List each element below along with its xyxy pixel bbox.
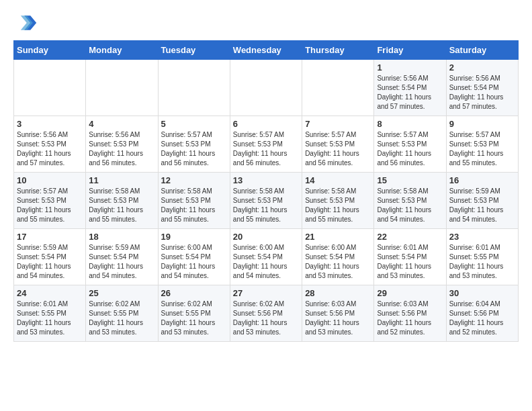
day-number: 11 — [89, 175, 154, 185]
cell-content: Sunrise: 6:03 AM Sunset: 5:56 PM Dayligh… — [377, 300, 443, 337]
cell-content: Sunrise: 6:00 AM Sunset: 5:54 PM Dayligh… — [305, 243, 371, 281]
day-number: 8 — [377, 119, 443, 129]
day-number: 24 — [17, 288, 83, 298]
calendar-cell: 9Sunrise: 5:57 AM Sunset: 5:53 PM Daylig… — [446, 116, 518, 173]
cell-content: Sunrise: 5:57 AM Sunset: 5:53 PM Dayligh… — [233, 130, 299, 168]
cell-content: Sunrise: 5:59 AM Sunset: 5:54 PM Dayligh… — [89, 243, 154, 281]
day-number: 14 — [305, 175, 371, 185]
calendar-cell: 16Sunrise: 5:59 AM Sunset: 5:53 PM Dayli… — [446, 173, 518, 229]
calendar-cell: 25Sunrise: 6:02 AM Sunset: 5:55 PM Dayli… — [86, 285, 158, 342]
cell-content: Sunrise: 6:02 AM Sunset: 5:55 PM Dayligh… — [161, 300, 227, 337]
weekday-header: Tuesday — [158, 41, 230, 60]
calendar-cell: 18Sunrise: 5:59 AM Sunset: 5:54 PM Dayli… — [86, 229, 158, 285]
calendar-cell: 1Sunrise: 5:56 AM Sunset: 5:54 PM Daylig… — [374, 60, 446, 116]
weekday-header: Friday — [374, 41, 446, 60]
calendar-cell: 2Sunrise: 5:56 AM Sunset: 5:54 PM Daylig… — [446, 60, 518, 116]
calendar-cell: 17Sunrise: 5:59 AM Sunset: 5:54 PM Dayli… — [14, 229, 86, 285]
header — [13, 11, 519, 35]
day-number: 1 — [377, 62, 443, 73]
day-number: 9 — [449, 119, 515, 129]
day-number: 29 — [377, 288, 443, 298]
calendar-cell: 27Sunrise: 6:02 AM Sunset: 5:56 PM Dayli… — [230, 285, 302, 342]
cell-content: Sunrise: 5:57 AM Sunset: 5:53 PM Dayligh… — [377, 130, 443, 168]
cell-content: Sunrise: 6:03 AM Sunset: 5:56 PM Dayligh… — [305, 300, 371, 337]
cell-content: Sunrise: 5:58 AM Sunset: 5:53 PM Dayligh… — [89, 187, 154, 224]
cell-content: Sunrise: 5:57 AM Sunset: 5:53 PM Dayligh… — [449, 130, 515, 168]
page: SundayMondayTuesdayWednesdayThursdayFrid… — [0, 0, 532, 355]
day-number: 4 — [89, 119, 154, 129]
cell-content: Sunrise: 5:56 AM Sunset: 5:54 PM Dayligh… — [449, 74, 515, 111]
cell-content: Sunrise: 6:02 AM Sunset: 5:56 PM Dayligh… — [233, 300, 299, 337]
weekday-row: SundayMondayTuesdayWednesdayThursdayFrid… — [14, 41, 519, 60]
day-number: 13 — [233, 175, 299, 185]
cell-content: Sunrise: 5:57 AM Sunset: 5:53 PM Dayligh… — [161, 130, 227, 168]
day-number: 12 — [161, 175, 227, 185]
cell-content: Sunrise: 5:59 AM Sunset: 5:53 PM Dayligh… — [449, 187, 515, 224]
weekday-header: Sunday — [14, 41, 86, 60]
cell-content: Sunrise: 5:56 AM Sunset: 5:53 PM Dayligh… — [89, 130, 154, 168]
day-number: 17 — [17, 232, 83, 242]
calendar-header: SundayMondayTuesdayWednesdayThursdayFrid… — [14, 41, 519, 60]
cell-content: Sunrise: 5:56 AM Sunset: 5:53 PM Dayligh… — [17, 130, 83, 168]
day-number: 19 — [161, 232, 227, 242]
calendar-cell: 10Sunrise: 5:57 AM Sunset: 5:53 PM Dayli… — [14, 173, 86, 229]
calendar-cell: 21Sunrise: 6:00 AM Sunset: 5:54 PM Dayli… — [302, 229, 374, 285]
calendar-week-row: 10Sunrise: 5:57 AM Sunset: 5:53 PM Dayli… — [14, 173, 519, 229]
cell-content: Sunrise: 5:58 AM Sunset: 5:53 PM Dayligh… — [305, 187, 371, 224]
day-number: 21 — [305, 232, 371, 242]
day-number: 18 — [89, 232, 154, 242]
day-number: 25 — [89, 288, 154, 298]
calendar-cell — [14, 60, 86, 116]
cell-content: Sunrise: 5:59 AM Sunset: 5:54 PM Dayligh… — [17, 243, 83, 281]
day-number: 27 — [233, 288, 299, 298]
calendar-week-row: 24Sunrise: 6:01 AM Sunset: 5:55 PM Dayli… — [14, 285, 519, 342]
cell-content: Sunrise: 6:01 AM Sunset: 5:54 PM Dayligh… — [377, 243, 443, 281]
calendar-cell: 20Sunrise: 6:00 AM Sunset: 5:54 PM Dayli… — [230, 229, 302, 285]
calendar-cell: 28Sunrise: 6:03 AM Sunset: 5:56 PM Dayli… — [302, 285, 374, 342]
weekday-header: Monday — [86, 41, 158, 60]
cell-content: Sunrise: 6:01 AM Sunset: 5:55 PM Dayligh… — [17, 300, 83, 337]
calendar-week-row: 17Sunrise: 5:59 AM Sunset: 5:54 PM Dayli… — [14, 229, 519, 285]
day-number: 23 — [449, 232, 515, 242]
logo — [13, 11, 40, 35]
calendar-cell: 5Sunrise: 5:57 AM Sunset: 5:53 PM Daylig… — [158, 116, 230, 173]
day-number: 6 — [233, 119, 299, 129]
calendar-cell — [230, 60, 302, 116]
calendar-cell: 11Sunrise: 5:58 AM Sunset: 5:53 PM Dayli… — [86, 173, 158, 229]
calendar-cell: 6Sunrise: 5:57 AM Sunset: 5:53 PM Daylig… — [230, 116, 302, 173]
weekday-header: Wednesday — [230, 41, 302, 60]
day-number: 16 — [449, 175, 515, 185]
day-number: 5 — [161, 119, 227, 129]
day-number: 28 — [305, 288, 371, 298]
calendar: SundayMondayTuesdayWednesdayThursdayFrid… — [13, 40, 519, 342]
calendar-cell — [86, 60, 158, 116]
logo-icon — [13, 11, 38, 35]
cell-content: Sunrise: 5:58 AM Sunset: 5:53 PM Dayligh… — [161, 187, 227, 224]
calendar-cell — [158, 60, 230, 116]
day-number: 2 — [449, 62, 515, 73]
cell-content: Sunrise: 6:04 AM Sunset: 5:56 PM Dayligh… — [449, 300, 515, 337]
calendar-cell: 24Sunrise: 6:01 AM Sunset: 5:55 PM Dayli… — [14, 285, 86, 342]
day-number: 7 — [305, 119, 371, 129]
calendar-cell: 23Sunrise: 6:01 AM Sunset: 5:55 PM Dayli… — [446, 229, 518, 285]
calendar-body: 1Sunrise: 5:56 AM Sunset: 5:54 PM Daylig… — [14, 60, 519, 342]
calendar-cell: 29Sunrise: 6:03 AM Sunset: 5:56 PM Dayli… — [374, 285, 446, 342]
cell-content: Sunrise: 6:00 AM Sunset: 5:54 PM Dayligh… — [233, 243, 299, 281]
day-number: 26 — [161, 288, 227, 298]
cell-content: Sunrise: 6:01 AM Sunset: 5:55 PM Dayligh… — [449, 243, 515, 281]
calendar-week-row: 1Sunrise: 5:56 AM Sunset: 5:54 PM Daylig… — [14, 60, 519, 116]
calendar-cell: 14Sunrise: 5:58 AM Sunset: 5:53 PM Dayli… — [302, 173, 374, 229]
day-number: 30 — [449, 288, 515, 298]
cell-content: Sunrise: 5:57 AM Sunset: 5:53 PM Dayligh… — [305, 130, 371, 168]
calendar-cell: 7Sunrise: 5:57 AM Sunset: 5:53 PM Daylig… — [302, 116, 374, 173]
cell-content: Sunrise: 5:58 AM Sunset: 5:53 PM Dayligh… — [377, 187, 443, 224]
weekday-header: Saturday — [446, 41, 518, 60]
day-number: 3 — [17, 119, 83, 129]
calendar-cell: 22Sunrise: 6:01 AM Sunset: 5:54 PM Dayli… — [374, 229, 446, 285]
calendar-cell: 3Sunrise: 5:56 AM Sunset: 5:53 PM Daylig… — [14, 116, 86, 173]
cell-content: Sunrise: 5:56 AM Sunset: 5:54 PM Dayligh… — [377, 74, 443, 111]
cell-content: Sunrise: 6:00 AM Sunset: 5:54 PM Dayligh… — [161, 243, 227, 281]
calendar-cell: 26Sunrise: 6:02 AM Sunset: 5:55 PM Dayli… — [158, 285, 230, 342]
day-number: 15 — [377, 175, 443, 185]
calendar-cell: 4Sunrise: 5:56 AM Sunset: 5:53 PM Daylig… — [86, 116, 158, 173]
